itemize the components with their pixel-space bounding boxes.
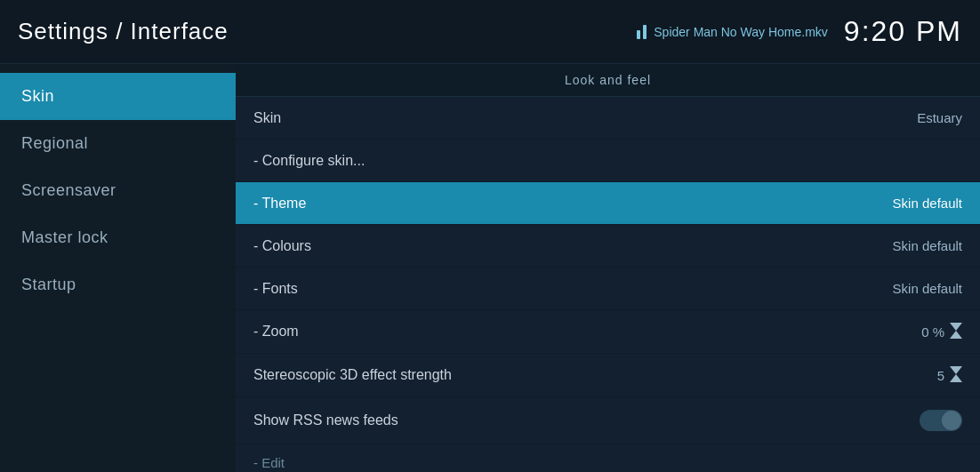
- sidebar-item-master-lock[interactable]: Master lock: [0, 214, 236, 261]
- settings-row-rss[interactable]: Show RSS news feeds: [236, 397, 980, 444]
- settings-row-stereo[interactable]: Stereoscopic 3D effect strength 5: [236, 354, 980, 397]
- audio-bar-2: [643, 25, 647, 39]
- clock: 9:20 PM: [844, 15, 962, 48]
- settings-row-colours[interactable]: - Colours Skin default: [236, 225, 980, 268]
- section-header: Look and feel: [236, 64, 980, 97]
- stereo-up-arrow[interactable]: [950, 374, 962, 382]
- header-right: Spider Man No Way Home.mkv 9:20 PM: [637, 15, 962, 48]
- now-playing: Spider Man No Way Home.mkv: [637, 25, 828, 39]
- stereo-stepper[interactable]: [950, 366, 962, 384]
- stereo-down-arrow[interactable]: [950, 366, 962, 374]
- sidebar: Skin Regional Screensaver Master lock St…: [0, 64, 236, 472]
- settings-row-theme[interactable]: - Theme Skin default: [236, 182, 980, 225]
- now-playing-title: Spider Man No Way Home.mkv: [654, 25, 828, 39]
- header: Settings / Interface Spider Man No Way H…: [0, 0, 980, 64]
- audio-bar-1: [637, 30, 640, 39]
- zoom-down-arrow[interactable]: [950, 323, 962, 331]
- content-panel: Look and feel Skin Estuary - Configure s…: [236, 64, 980, 472]
- edit-row[interactable]: - Edit: [236, 444, 980, 472]
- settings-row-fonts[interactable]: - Fonts Skin default: [236, 268, 980, 310]
- settings-row-skin[interactable]: Skin Estuary: [236, 97, 980, 140]
- sidebar-item-startup[interactable]: Startup: [0, 261, 236, 308]
- sidebar-item-screensaver[interactable]: Screensaver: [0, 167, 236, 214]
- zoom-stepper[interactable]: [950, 323, 962, 340]
- sidebar-item-skin[interactable]: Skin: [0, 73, 236, 120]
- sidebar-item-regional[interactable]: Regional: [0, 120, 236, 167]
- page-title: Settings / Interface: [18, 18, 229, 45]
- main-layout: Skin Regional Screensaver Master lock St…: [0, 64, 980, 472]
- toggle-knob: [942, 411, 961, 430]
- settings-row-configure-skin[interactable]: - Configure skin...: [236, 140, 980, 182]
- settings-row-zoom[interactable]: - Zoom 0 %: [236, 310, 980, 354]
- now-playing-icon: [637, 25, 647, 39]
- zoom-up-arrow[interactable]: [950, 331, 962, 339]
- settings-list: Skin Estuary - Configure skin... - Theme…: [236, 97, 980, 444]
- rss-toggle[interactable]: [920, 410, 962, 431]
